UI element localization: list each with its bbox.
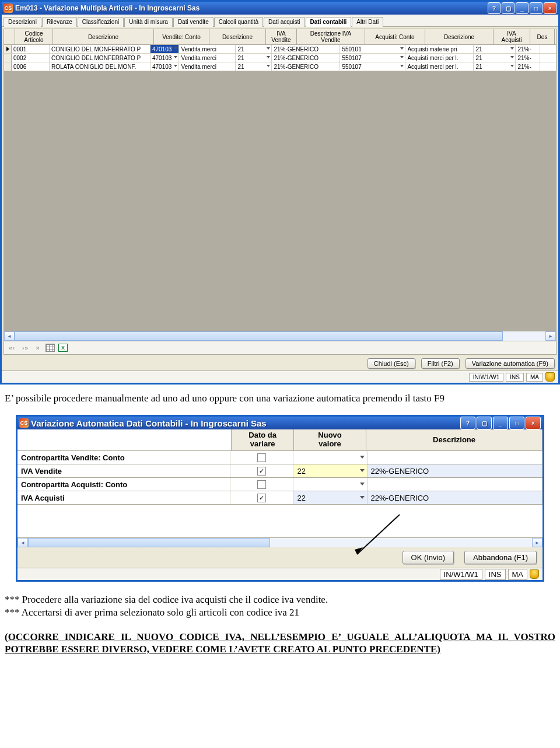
cell-descrizione[interactable]: CONIGLIO DEL MONFERRATO P (50, 54, 150, 62)
scroll-thumb[interactable] (15, 331, 503, 341)
cell-desc-vendite[interactable]: Vendita merci (179, 62, 236, 71)
cell-nuovo-valore[interactable]: 22 (293, 491, 367, 504)
table-row[interactable]: 0002CONIGLIO DEL MONFERRATO P470103Vendi… (4, 54, 556, 62)
trash-icon[interactable] (530, 569, 539, 579)
cell-checkbox[interactable]: ✓ (230, 464, 294, 477)
col-descrizione-acquisti[interactable]: Descrizione (425, 29, 494, 44)
cell-nuovo-valore[interactable]: 22 (293, 464, 367, 477)
scroll-right-icon[interactable]: ► (545, 331, 556, 341)
cell-desc-iva-vendite[interactable]: 21%-GENERICO (272, 62, 340, 71)
nav-first-icon[interactable]: «‹ (7, 343, 16, 352)
checkbox-icon[interactable]: ✓ (257, 494, 266, 502)
horizontal-scrollbar[interactable]: ◄ ► (4, 331, 556, 341)
cell-iva-vendite[interactable]: 21 (236, 45, 272, 53)
horizontal-scrollbar[interactable]: ◄ ► (18, 537, 542, 547)
cell-desc-vendite[interactable]: Vendita merci (179, 54, 236, 62)
cell-codice[interactable]: 0006 (12, 62, 50, 71)
cell-acquisti-conto[interactable]: 550107 (340, 54, 405, 62)
cell-checkbox[interactable]: ✓ (230, 491, 294, 504)
col-descrizione-vendite[interactable]: Descrizione (209, 29, 266, 44)
cell-nuovo-valore[interactable] (293, 478, 367, 491)
cell-desc-iva-vendite[interactable]: 21%-GENERICO (272, 54, 340, 62)
col-acquisti-conto[interactable]: Acquisti: Conto (365, 29, 425, 44)
col-descrizione-iva-vendite[interactable]: Descrizione IVAVendite (297, 29, 365, 44)
cell-vendite-conto[interactable]: 470103 (150, 54, 179, 62)
col-iva-acquisti[interactable]: IVAAcquisti (494, 29, 530, 44)
table-row[interactable]: 0001CONIGLIO DEL MONFERRATO P470103Vendi… (4, 45, 556, 54)
cell-descrizione[interactable]: ROLATA CONIGLIO DEL MONF. (50, 62, 150, 71)
col-des-trunc[interactable]: Des (530, 29, 555, 44)
nav-del-icon[interactable]: × (33, 343, 42, 352)
excel-export-icon[interactable]: X (58, 343, 68, 352)
scroll-left-icon[interactable]: ◄ (4, 331, 15, 341)
cell-desc-acquisti[interactable]: Acquisti materie pri (405, 45, 474, 53)
cell-desc-iva-acquisti[interactable]: 21%- (516, 45, 540, 53)
cell-desc-acquisti[interactable]: Acquisti merci per l. (405, 62, 474, 71)
checkbox-icon[interactable]: ✓ (257, 467, 266, 476)
close-button[interactable]: Chiudi (Esc) (368, 358, 415, 369)
maximize-icon[interactable]: □ (530, 2, 542, 14)
table-row[interactable]: 0006ROLATA CONIGLIO DEL MONF.470103Vendi… (4, 62, 556, 71)
scroll-track[interactable] (28, 538, 532, 547)
scroll-right-icon[interactable]: ► (532, 538, 542, 547)
ok-button[interactable]: OK (Invio) (402, 551, 454, 564)
cell-desc-iva-acquisti[interactable]: 21%- (516, 62, 540, 71)
col-iva-vendite[interactable]: IVAVendite (266, 29, 297, 44)
cascade-icon[interactable]: ▢ (477, 417, 492, 429)
tab-classificazioni[interactable]: Classificazioni (78, 17, 124, 27)
col-dato-da-variare[interactable]: Dato davariare (232, 429, 294, 451)
table-row[interactable]: Contropartita Vendite: Conto (18, 451, 542, 464)
auto-variation-button[interactable]: Variazione automatica (F9) (466, 358, 555, 369)
help-icon[interactable]: ? (488, 2, 501, 14)
table-row[interactable]: IVA Acquisti✓2222%-GENERICO (18, 491, 542, 505)
minimize-icon[interactable]: _ (516, 2, 528, 14)
trash-icon[interactable] (545, 372, 555, 382)
col-vendite-conto[interactable]: Vendite: Conto (154, 29, 209, 44)
table-row[interactable]: IVA Vendite✓2222%-GENERICO (18, 464, 542, 478)
tab-altri-dati[interactable]: Altri Dati (352, 17, 383, 27)
filter-button[interactable]: Filtri (F2) (421, 358, 460, 369)
checkbox-icon[interactable] (257, 480, 266, 489)
minimize-icon[interactable]: _ (493, 417, 508, 429)
close-icon[interactable]: × (544, 2, 556, 14)
tab-rilevanze[interactable]: Rilevanze (42, 17, 77, 27)
cell-checkbox[interactable] (230, 478, 294, 491)
col-descrizione[interactable]: Descrizione (366, 429, 542, 451)
col-codice-articolo[interactable]: CodiceArticolo (15, 29, 53, 44)
cell-nuovo-valore[interactable] (293, 451, 367, 464)
col-descrizione[interactable]: Descrizione (53, 29, 154, 44)
cell-codice[interactable]: 0001 (12, 45, 50, 53)
cell-iva-vendite[interactable]: 21 (236, 54, 272, 62)
cell-desc-iva-vendite[interactable]: 21%-GENERICO (272, 45, 340, 53)
cell-iva-acquisti[interactable]: 21 (474, 54, 516, 62)
tab-dati-contabili[interactable]: Dati contabili (306, 17, 352, 27)
close-icon[interactable]: × (526, 417, 541, 429)
cell-acquisti-conto[interactable]: 550101 (340, 45, 405, 53)
cell-vendite-conto[interactable]: 470103 (150, 45, 179, 53)
scroll-track[interactable] (15, 331, 545, 341)
titlebar[interactable]: CS Em013 - Variazione Multipla Articoli … (2, 2, 558, 15)
cell-iva-acquisti[interactable]: 21 (474, 62, 516, 71)
cell-acquisti-conto[interactable]: 550107 (340, 62, 405, 71)
table-view-icon[interactable] (46, 343, 55, 352)
checkbox-icon[interactable] (257, 453, 266, 462)
titlebar[interactable]: CS Variazione Automatica Dati Contabili … (18, 417, 542, 429)
cell-desc-iva-acquisti[interactable]: 21%- (516, 54, 540, 62)
tab-dati-acquisti[interactable]: Dati acquisti (264, 17, 304, 27)
cell-iva-acquisti[interactable]: 21 (474, 45, 516, 53)
help-icon[interactable]: ? (460, 417, 475, 429)
scroll-thumb[interactable] (28, 538, 270, 547)
cell-checkbox[interactable] (230, 451, 294, 464)
scroll-left-icon[interactable]: ◄ (18, 538, 28, 547)
cell-codice[interactable]: 0002 (12, 54, 50, 62)
cancel-button[interactable]: Abbandona (F1) (464, 551, 537, 564)
tab-descrizioni[interactable]: Descrizioni (4, 17, 41, 27)
tab-dati-vendite[interactable]: Dati vendite (173, 17, 214, 27)
tab-unit-di-misura[interactable]: Unità di misura (124, 17, 173, 27)
cell-desc-acquisti[interactable]: Acquisti merci per l. (405, 54, 474, 62)
col-nuovo-valore[interactable]: Nuovovalore (294, 429, 366, 451)
maximize-icon[interactable]: □ (509, 417, 524, 429)
nav-next-icon[interactable]: ›» (20, 343, 29, 352)
cell-desc-vendite[interactable]: Vendita merci (179, 45, 236, 53)
cascade-icon[interactable]: ▢ (502, 2, 514, 14)
